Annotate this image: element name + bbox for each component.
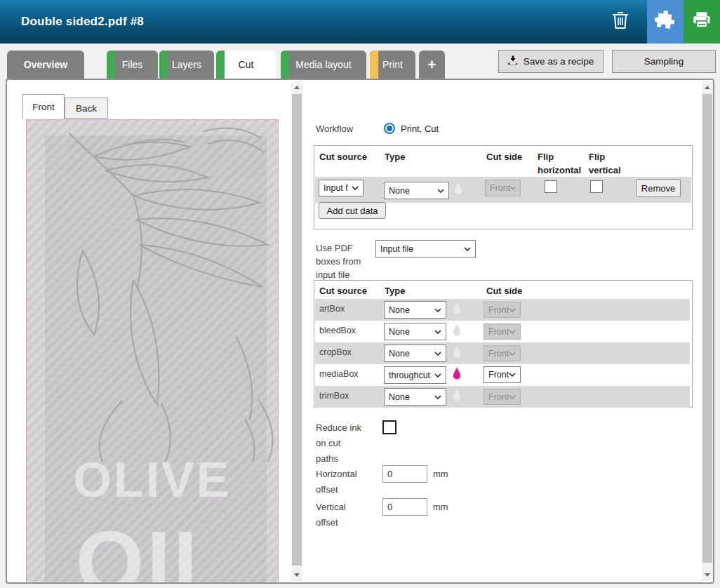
trimbox-cut-side-select: Front	[484, 389, 521, 405]
scroll-up-icon[interactable]	[291, 81, 302, 93]
col-flip-vertical-2: vertical	[589, 165, 621, 175]
pdf-boxes-table: Cut source Type Cut side artBox None Fro…	[314, 280, 693, 408]
tab-overview-label: Overview	[24, 59, 67, 70]
scroll-down-icon[interactable]	[702, 569, 713, 581]
reduce-ink-label-3: paths	[316, 453, 338, 464]
horizontal-offset-label-1: Horizontal	[316, 469, 357, 479]
preview-scrollbar[interactable]	[291, 81, 302, 581]
artwork-text-oil: OIL	[27, 519, 278, 584]
vertical-offset-unit: mm	[433, 502, 448, 512]
bleedbox-type-select[interactable]: None	[384, 323, 446, 340]
use-pdf-label-2: boxes from	[316, 256, 361, 267]
horizontal-offset-unit: mm	[433, 469, 448, 479]
mediabox-cut-side-select[interactable]: Front	[484, 366, 521, 383]
col-cut-source: Cut source	[319, 286, 367, 296]
vertical-offset-label-2: offset	[316, 517, 338, 528]
app-window: { "window": { "title": "Double sided2.pd…	[0, 0, 720, 588]
tab-print-label: Print	[382, 59, 403, 70]
panel-scrollbar-thumb[interactable]	[702, 94, 712, 563]
tab-files-label: Files	[122, 59, 143, 70]
mediabox-type-select[interactable]: throughcut	[384, 366, 446, 384]
row-label-bleedbox: bleedBox	[319, 326, 356, 335]
vertical-offset-input[interactable]	[382, 498, 427, 516]
tab-overview[interactable]: Overview	[7, 51, 84, 79]
col-flip-horizontal: Flip	[538, 152, 554, 162]
artwork-preview: OLIVE OIL	[26, 119, 279, 584]
scroll-up-icon[interactable]	[702, 81, 713, 93]
col-cut-side: Cut side	[486, 152, 522, 162]
reduce-ink-checkbox[interactable]	[382, 420, 396, 434]
add-cut-data-button[interactable]: Add cut data	[319, 202, 386, 219]
bleedbox-cut-side-select: Front	[484, 323, 521, 340]
preview-scrollbar-thumb[interactable]	[292, 94, 302, 566]
cut-source-select[interactable]: Input f	[319, 180, 364, 196]
workflow-radio[interactable]	[384, 123, 395, 134]
row-label-cropbox: cropBox	[319, 347, 352, 357]
col-type: Type	[385, 286, 405, 296]
ink-droplet-icon	[452, 389, 462, 402]
use-pdf-label-1: Use PDF	[316, 243, 353, 253]
use-pdf-boxes-select[interactable]: Input file	[375, 240, 476, 258]
tab-files[interactable]: Files	[107, 51, 158, 79]
tab-cut-label: Cut	[239, 59, 254, 70]
sampling-label: Sampling	[644, 56, 684, 67]
scroll-down-icon[interactable]	[291, 569, 302, 581]
tab-layers-stripe	[159, 51, 168, 79]
tab-files-stripe	[107, 51, 115, 79]
workflow-value: Print, Cut	[401, 123, 439, 134]
col-type: Type	[385, 152, 405, 162]
tab-back[interactable]: Back	[65, 98, 108, 119]
cropbox-type-select[interactable]: None	[384, 345, 446, 362]
flip-vertical-checkbox[interactable]	[590, 180, 603, 193]
olive-branch-art	[27, 126, 279, 462]
tab-back-label: Back	[76, 103, 97, 114]
sampling-button[interactable]: Sampling	[612, 50, 716, 73]
ink-droplet-icon	[452, 323, 462, 337]
reduce-ink-label-2: on cut	[316, 438, 340, 448]
title-bar: Double sided2.pdf #8	[0, 0, 720, 44]
workflow-label: Workflow	[316, 123, 353, 134]
row-label-mediabox: mediaBox	[319, 369, 359, 379]
tab-layers[interactable]: Layers	[159, 51, 214, 79]
col-flip-horizontal-2: horizontal	[538, 165, 581, 175]
tab-media-layout-stripe	[281, 51, 289, 79]
tab-media-layout[interactable]: Media layout	[281, 51, 366, 79]
tab-cut[interactable]: Cut	[216, 51, 276, 79]
trimbox-type-select[interactable]: None	[384, 388, 446, 406]
cropbox-cut-side-select: Front	[484, 345, 521, 361]
vertical-offset-label-1: Vertical	[316, 502, 346, 512]
tab-front-label: Front	[32, 102, 55, 112]
print-button[interactable]	[684, 0, 720, 44]
save-icon	[508, 55, 518, 67]
artwork-text-olive: OLIVE	[27, 455, 278, 505]
delete-button[interactable]	[601, 0, 640, 44]
puzzle-icon	[655, 10, 676, 34]
col-flip-vertical: Flip	[589, 152, 605, 162]
ink-droplet-icon	[452, 302, 462, 315]
trash-icon	[611, 10, 630, 34]
artbox-type-select[interactable]: None	[384, 301, 446, 319]
plugins-button[interactable]	[647, 0, 684, 44]
row-label-artbox: artBox	[319, 304, 345, 314]
save-as-recipe-label: Save as a recipe	[524, 56, 594, 67]
flip-horizontal-checkbox[interactable]	[545, 180, 557, 193]
main-panel: Front Back OLIVE OIL	[6, 79, 714, 584]
panel-scrollbar[interactable]	[702, 81, 713, 581]
tab-media-layout-label: Media layout	[295, 59, 351, 70]
tab-layers-label: Layers	[172, 59, 201, 70]
artbox-cut-side-select: Front	[484, 302, 521, 318]
ink-droplet-icon	[452, 367, 462, 380]
tab-cut-stripe	[216, 51, 225, 79]
tab-front[interactable]: Front	[22, 94, 65, 119]
type-select[interactable]: None	[384, 182, 449, 199]
remove-button[interactable]: Remove	[636, 179, 681, 197]
save-as-recipe-button[interactable]: Save as a recipe	[498, 50, 604, 73]
tab-print[interactable]: Print	[370, 51, 415, 79]
tab-add[interactable]: +	[419, 51, 445, 79]
horizontal-offset-input[interactable]	[382, 465, 427, 483]
plus-icon: +	[427, 56, 436, 73]
cut-source-table: Cut source Type Cut side Flip horizontal…	[314, 145, 693, 229]
ink-droplet-icon	[453, 182, 463, 195]
col-cut-source: Cut source	[319, 152, 367, 162]
cut-side-select: Front	[485, 180, 521, 196]
